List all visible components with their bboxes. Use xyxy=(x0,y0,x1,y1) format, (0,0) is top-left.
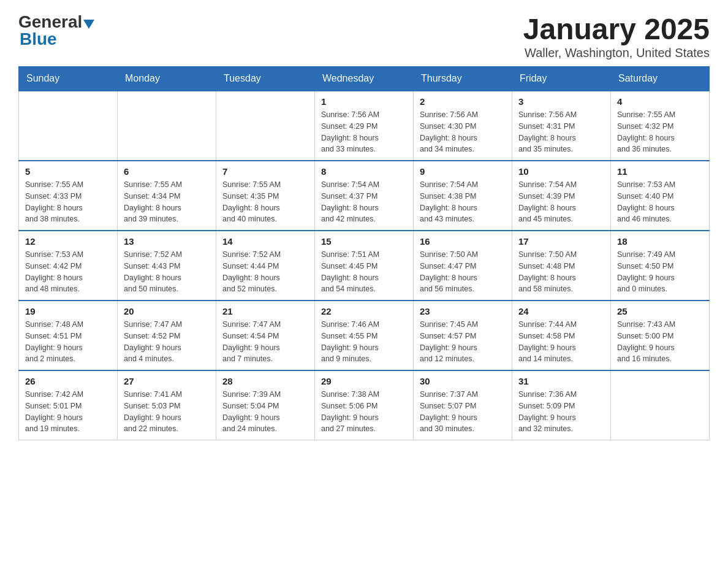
calendar-cell xyxy=(118,91,216,161)
calendar-cell: 11Sunrise: 7:53 AMSunset: 4:40 PMDayligh… xyxy=(611,161,710,231)
day-info: Sunrise: 7:54 AMSunset: 4:39 PMDaylight:… xyxy=(518,179,604,225)
day-number: 19 xyxy=(25,306,111,316)
day-info: Sunrise: 7:48 AMSunset: 4:51 PMDaylight:… xyxy=(25,319,111,365)
day-number: 28 xyxy=(222,376,308,386)
calendar-table: Sunday Monday Tuesday Wednesday Thursday… xyxy=(18,66,710,440)
page-header: General Blue January 2025 Waller, Washin… xyxy=(18,12,710,60)
calendar-cell: 14Sunrise: 7:52 AMSunset: 4:44 PMDayligh… xyxy=(216,231,315,301)
day-number: 1 xyxy=(321,96,407,107)
day-info: Sunrise: 7:56 AMSunset: 4:29 PMDaylight:… xyxy=(321,109,407,155)
week-row-5: 26Sunrise: 7:42 AMSunset: 5:01 PMDayligh… xyxy=(19,370,710,440)
day-info: Sunrise: 7:51 AMSunset: 4:45 PMDaylight:… xyxy=(321,249,407,295)
col-tuesday: Tuesday xyxy=(216,67,315,91)
calendar-cell: 21Sunrise: 7:47 AMSunset: 4:54 PMDayligh… xyxy=(216,301,315,370)
day-info: Sunrise: 7:47 AMSunset: 4:54 PMDaylight:… xyxy=(222,319,308,365)
day-number: 6 xyxy=(124,166,210,177)
day-info: Sunrise: 7:56 AMSunset: 4:31 PMDaylight:… xyxy=(518,109,604,155)
day-info: Sunrise: 7:52 AMSunset: 4:44 PMDaylight:… xyxy=(222,249,308,295)
day-info: Sunrise: 7:45 AMSunset: 4:57 PMDaylight:… xyxy=(420,319,506,365)
day-info: Sunrise: 7:55 AMSunset: 4:34 PMDaylight:… xyxy=(124,179,210,225)
calendar-cell: 8Sunrise: 7:54 AMSunset: 4:37 PMDaylight… xyxy=(315,161,414,231)
calendar-cell: 29Sunrise: 7:38 AMSunset: 5:06 PMDayligh… xyxy=(315,370,414,440)
day-number: 11 xyxy=(617,166,703,177)
day-number: 22 xyxy=(321,306,407,316)
week-row-1: 1Sunrise: 7:56 AMSunset: 4:29 PMDaylight… xyxy=(19,91,710,161)
day-number: 12 xyxy=(25,236,111,247)
week-row-3: 12Sunrise: 7:53 AMSunset: 4:42 PMDayligh… xyxy=(19,231,710,301)
day-info: Sunrise: 7:53 AMSunset: 4:42 PMDaylight:… xyxy=(25,249,111,295)
day-number: 21 xyxy=(222,306,308,316)
subtitle: Waller, Washington, United States xyxy=(523,46,710,60)
day-info: Sunrise: 7:42 AMSunset: 5:01 PMDaylight:… xyxy=(25,389,111,435)
calendar-cell: 1Sunrise: 7:56 AMSunset: 4:29 PMDaylight… xyxy=(315,91,414,161)
logo: General Blue xyxy=(18,12,96,49)
calendar-cell: 26Sunrise: 7:42 AMSunset: 5:01 PMDayligh… xyxy=(19,370,118,440)
day-info: Sunrise: 7:36 AMSunset: 5:09 PMDaylight:… xyxy=(518,389,604,435)
day-info: Sunrise: 7:49 AMSunset: 4:50 PMDaylight:… xyxy=(617,249,703,295)
day-info: Sunrise: 7:55 AMSunset: 4:35 PMDaylight:… xyxy=(222,179,308,225)
calendar-cell: 4Sunrise: 7:55 AMSunset: 4:32 PMDaylight… xyxy=(611,91,710,161)
day-number: 31 xyxy=(518,376,604,386)
day-number: 23 xyxy=(420,306,506,316)
calendar-cell: 9Sunrise: 7:54 AMSunset: 4:38 PMDaylight… xyxy=(414,161,512,231)
day-number: 30 xyxy=(420,376,506,386)
col-monday: Monday xyxy=(118,67,216,91)
day-number: 29 xyxy=(321,376,407,386)
day-info: Sunrise: 7:50 AMSunset: 4:47 PMDaylight:… xyxy=(420,249,506,295)
day-number: 27 xyxy=(124,376,210,386)
day-number: 7 xyxy=(222,166,308,177)
day-info: Sunrise: 7:47 AMSunset: 4:52 PMDaylight:… xyxy=(124,319,210,365)
week-row-2: 5Sunrise: 7:55 AMSunset: 4:33 PMDaylight… xyxy=(19,161,710,231)
day-number: 15 xyxy=(321,236,407,247)
day-number: 14 xyxy=(222,236,308,247)
calendar-cell: 28Sunrise: 7:39 AMSunset: 5:04 PMDayligh… xyxy=(216,370,315,440)
calendar-cell: 7Sunrise: 7:55 AMSunset: 4:35 PMDaylight… xyxy=(216,161,315,231)
day-number: 18 xyxy=(617,236,703,247)
day-info: Sunrise: 7:55 AMSunset: 4:33 PMDaylight:… xyxy=(25,179,111,225)
calendar-cell xyxy=(19,91,118,161)
calendar-cell: 16Sunrise: 7:50 AMSunset: 4:47 PMDayligh… xyxy=(414,231,512,301)
main-title: January 2025 xyxy=(523,12,710,46)
calendar-cell: 2Sunrise: 7:56 AMSunset: 4:30 PMDaylight… xyxy=(414,91,512,161)
calendar-cell: 12Sunrise: 7:53 AMSunset: 4:42 PMDayligh… xyxy=(19,231,118,301)
col-wednesday: Wednesday xyxy=(315,67,414,91)
calendar-cell: 25Sunrise: 7:43 AMSunset: 5:00 PMDayligh… xyxy=(611,301,710,370)
col-thursday: Thursday xyxy=(414,67,512,91)
calendar-cell: 17Sunrise: 7:50 AMSunset: 4:48 PMDayligh… xyxy=(512,231,611,301)
day-number: 5 xyxy=(25,166,111,177)
calendar-cell: 10Sunrise: 7:54 AMSunset: 4:39 PMDayligh… xyxy=(512,161,611,231)
day-info: Sunrise: 7:44 AMSunset: 4:58 PMDaylight:… xyxy=(518,319,604,365)
day-info: Sunrise: 7:54 AMSunset: 4:37 PMDaylight:… xyxy=(321,179,407,225)
day-number: 13 xyxy=(124,236,210,247)
day-number: 2 xyxy=(420,96,506,107)
day-number: 26 xyxy=(25,376,111,386)
day-info: Sunrise: 7:43 AMSunset: 5:00 PMDaylight:… xyxy=(617,319,703,365)
calendar-cell: 23Sunrise: 7:45 AMSunset: 4:57 PMDayligh… xyxy=(414,301,512,370)
day-info: Sunrise: 7:37 AMSunset: 5:07 PMDaylight:… xyxy=(420,389,506,435)
calendar-cell: 5Sunrise: 7:55 AMSunset: 4:33 PMDaylight… xyxy=(19,161,118,231)
day-number: 17 xyxy=(518,236,604,247)
day-info: Sunrise: 7:41 AMSunset: 5:03 PMDaylight:… xyxy=(124,389,210,435)
calendar-cell: 30Sunrise: 7:37 AMSunset: 5:07 PMDayligh… xyxy=(414,370,512,440)
day-number: 3 xyxy=(518,96,604,107)
day-info: Sunrise: 7:52 AMSunset: 4:43 PMDaylight:… xyxy=(124,249,210,295)
day-number: 4 xyxy=(617,96,703,107)
day-info: Sunrise: 7:39 AMSunset: 5:04 PMDaylight:… xyxy=(222,389,308,435)
day-number: 25 xyxy=(617,306,703,316)
day-number: 9 xyxy=(420,166,506,177)
calendar-cell xyxy=(611,370,710,440)
calendar-header-row: Sunday Monday Tuesday Wednesday Thursday… xyxy=(19,67,710,91)
day-number: 20 xyxy=(124,306,210,316)
calendar-cell: 20Sunrise: 7:47 AMSunset: 4:52 PMDayligh… xyxy=(118,301,216,370)
col-saturday: Saturday xyxy=(611,67,710,91)
title-section: January 2025 Waller, Washington, United … xyxy=(523,12,710,60)
calendar-cell: 19Sunrise: 7:48 AMSunset: 4:51 PMDayligh… xyxy=(19,301,118,370)
day-info: Sunrise: 7:54 AMSunset: 4:38 PMDaylight:… xyxy=(420,179,506,225)
calendar-cell: 13Sunrise: 7:52 AMSunset: 4:43 PMDayligh… xyxy=(118,231,216,301)
calendar-cell: 18Sunrise: 7:49 AMSunset: 4:50 PMDayligh… xyxy=(611,231,710,301)
day-number: 10 xyxy=(518,166,604,177)
calendar-cell: 24Sunrise: 7:44 AMSunset: 4:58 PMDayligh… xyxy=(512,301,611,370)
calendar-cell: 31Sunrise: 7:36 AMSunset: 5:09 PMDayligh… xyxy=(512,370,611,440)
col-sunday: Sunday xyxy=(19,67,118,91)
day-info: Sunrise: 7:53 AMSunset: 4:40 PMDaylight:… xyxy=(617,179,703,225)
